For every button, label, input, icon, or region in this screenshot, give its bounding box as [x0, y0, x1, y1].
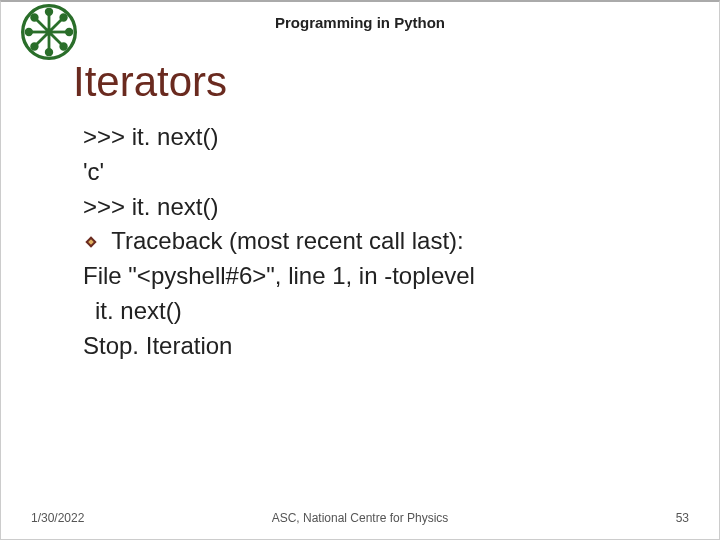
header-title: Programming in Python	[1, 2, 719, 31]
slide-header: Programming in Python	[1, 2, 719, 50]
code-line: >>> it. next()	[83, 190, 683, 225]
diamond-bullet-icon	[83, 234, 99, 250]
code-line: it. next()	[83, 294, 683, 329]
svg-point-17	[61, 44, 67, 50]
slide-body: >>> it. next() 'c' >>> it. next() Traceb…	[83, 120, 683, 364]
code-line: >>> it. next()	[83, 120, 683, 155]
svg-point-14	[32, 15, 38, 21]
code-line-bulleted: Traceback (most recent call last):	[83, 224, 683, 259]
slide-title: Iterators	[73, 58, 227, 106]
slide: Programming in Python Iterators >>> it. …	[0, 0, 720, 540]
code-line: Stop. Iteration	[83, 329, 683, 364]
svg-point-15	[61, 15, 67, 21]
code-line: 'c'	[83, 155, 683, 190]
footer-page-number: 53	[676, 511, 689, 525]
code-text: Traceback (most recent call last):	[111, 227, 464, 254]
svg-point-11	[46, 49, 52, 55]
logo-icon	[21, 4, 77, 64]
footer-center: ASC, National Centre for Physics	[1, 511, 719, 525]
svg-point-12	[26, 29, 32, 35]
svg-point-13	[66, 29, 72, 35]
code-line: File "<pyshell#6>", line 1, in -toplevel	[83, 259, 683, 294]
svg-point-16	[32, 44, 38, 50]
svg-point-10	[46, 9, 52, 15]
